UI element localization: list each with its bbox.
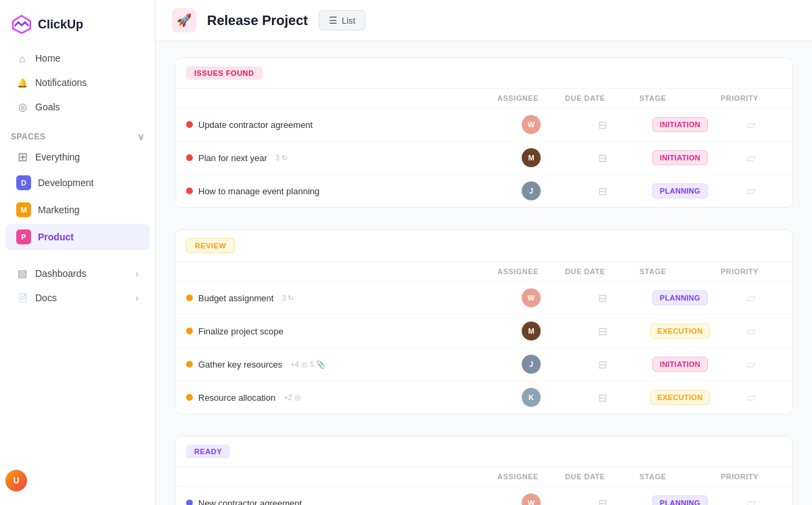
avatar-cell: J bbox=[497, 181, 565, 200]
table-row[interactable]: New contractor agreement W ⊟ PLANNING ▱ bbox=[175, 486, 792, 505]
task-name-cell: Finalize project scope bbox=[186, 326, 497, 336]
dashboards-expand-icon: › bbox=[135, 268, 139, 279]
stage-tag: EXECUTION bbox=[650, 390, 710, 405]
task-name-cell: Plan for next year 3 ↻ bbox=[186, 153, 497, 163]
sidebar-item-home[interactable]: Home bbox=[5, 47, 150, 70]
sidebar-item-product[interactable]: P Product bbox=[5, 224, 150, 250]
table-row[interactable]: Update contractor agreement W ⊟ INITIATI… bbox=[175, 108, 792, 141]
bell-icon bbox=[16, 76, 28, 89]
avatar: J bbox=[522, 181, 541, 200]
task-name: Finalize project scope bbox=[198, 326, 284, 336]
stage-tag: PLANNING bbox=[652, 290, 708, 305]
task-extras: 3 ↻ bbox=[275, 154, 288, 162]
task-name-cell: Gather key resources +4 ◎ 5 📎 bbox=[186, 359, 497, 370]
content-area: ISSUES FOUND ASSIGNEE DUE DATE STAGE PRI… bbox=[156, 41, 812, 505]
task-name: Update contractor agreement bbox=[198, 120, 313, 130]
sidebar-item-everything[interactable]: ⊞ Everything bbox=[5, 146, 150, 169]
stage-cell: EXECUTION bbox=[639, 390, 721, 405]
priority-cell: ▱ bbox=[721, 117, 782, 132]
col-assignee-3: ASSIGNEE bbox=[497, 473, 565, 481]
spaces-collapse-icon[interactable]: ∨ bbox=[137, 131, 145, 142]
avatar-cell: K bbox=[497, 388, 565, 407]
task-name-cell: Update contractor agreement bbox=[186, 120, 497, 130]
due-date-cell: ⊟ bbox=[565, 118, 639, 131]
page-title: Release Project bbox=[207, 13, 308, 28]
table-row[interactable]: Resource allocation +2 ◎ K ⊟ EXECUTION ▱ bbox=[175, 380, 792, 414]
due-date-cell: ⊟ bbox=[565, 152, 639, 164]
section-header-review: REVIEW bbox=[175, 230, 792, 262]
section-review: REVIEW ASSIGNEE DUE DATE STAGE PRIORITY … bbox=[175, 229, 793, 414]
priority-icon: ▱ bbox=[746, 324, 756, 338]
task-name: New contractor agreement bbox=[198, 498, 302, 506]
goal-icon bbox=[16, 101, 28, 113]
table-row[interactable]: Plan for next year 3 ↻ M ⊟ INITIATION ▱ bbox=[175, 141, 792, 174]
stage-cell: PLANNING bbox=[639, 183, 721, 198]
due-date-cell: ⊟ bbox=[565, 325, 639, 338]
task-name-cell: Resource allocation +2 ◎ bbox=[186, 393, 497, 403]
avatar: K bbox=[522, 388, 541, 407]
stage-cell: INITIATION bbox=[639, 357, 721, 372]
due-date-cell: ⊟ bbox=[565, 497, 639, 506]
priority-cell: ▱ bbox=[721, 390, 782, 405]
sidebar-item-marketing[interactable]: M Marketing bbox=[5, 197, 150, 223]
col-assignee-1: ASSIGNEE bbox=[497, 94, 565, 102]
project-icon: 🚀 bbox=[172, 8, 196, 32]
ready-col-headers: ASSIGNEE DUE DATE STAGE PRIORITY bbox=[175, 467, 792, 486]
user-avatar[interactable]: U bbox=[5, 470, 27, 491]
docs-label: Docs bbox=[35, 292, 57, 303]
col-stage-2: STAGE bbox=[639, 267, 721, 276]
sidebar-product-label: Product bbox=[38, 232, 74, 242]
task-status-dot bbox=[186, 500, 193, 505]
sidebar-development-label: Development bbox=[38, 177, 94, 188]
sidebar-item-goals[interactable]: Goals bbox=[5, 95, 150, 118]
priority-icon: ▱ bbox=[746, 150, 756, 165]
table-row[interactable]: Gather key resources +4 ◎ 5 📎 J ⊟ INITIA… bbox=[175, 347, 792, 380]
list-view-button[interactable]: ☰ List bbox=[319, 10, 365, 30]
task-status-dot bbox=[186, 154, 193, 161]
stage-tag: EXECUTION bbox=[650, 324, 710, 338]
sidebar-home-label: Home bbox=[35, 53, 60, 64]
priority-icon: ▱ bbox=[746, 117, 756, 132]
spaces-label: Spaces bbox=[11, 132, 45, 141]
col-duedate-3: DUE DATE bbox=[565, 473, 639, 481]
sidebar-notifications-label: Notifications bbox=[35, 77, 87, 88]
col-stage-3: STAGE bbox=[639, 473, 721, 481]
col-priority-3: PRIORITY bbox=[721, 473, 782, 481]
issues-col-headers: ASSIGNEE DUE DATE STAGE PRIORITY bbox=[175, 89, 792, 108]
task-name-cell: Budget assignment 3 ↻ bbox=[186, 293, 497, 303]
col-duedate-2: DUE DATE bbox=[565, 267, 639, 276]
task-status-dot bbox=[186, 394, 193, 401]
product-dot: P bbox=[16, 229, 31, 244]
table-row[interactable]: How to manage event planning J ⊟ PLANNIN… bbox=[175, 174, 792, 207]
section-ready: READY ASSIGNEE DUE DATE STAGE PRIORITY N… bbox=[175, 436, 793, 505]
section-header-ready: READY bbox=[175, 437, 792, 467]
sidebar-bottom: U bbox=[0, 464, 155, 497]
sidebar-goals-label: Goals bbox=[35, 102, 60, 112]
task-status-dot bbox=[186, 294, 193, 301]
due-date-cell: ⊟ bbox=[565, 358, 639, 371]
sidebar-item-docs[interactable]: Docs › bbox=[5, 286, 150, 309]
col-priority-1: PRIORITY bbox=[721, 94, 782, 102]
stage-tag: PLANNING bbox=[652, 496, 708, 505]
stage-cell: PLANNING bbox=[639, 496, 721, 505]
avatar-cell: W bbox=[497, 288, 565, 307]
priority-cell: ▱ bbox=[721, 496, 782, 505]
task-name: Resource allocation bbox=[198, 393, 275, 403]
priority-icon: ▱ bbox=[746, 357, 756, 372]
task-status-dot bbox=[186, 328, 193, 334]
table-row[interactable]: Finalize project scope M ⊟ EXECUTION ▱ bbox=[175, 314, 792, 347]
sidebar-item-dashboards[interactable]: Dashboards › bbox=[5, 262, 150, 285]
stage-tag: INITIATION bbox=[652, 117, 708, 132]
sidebar-item-development[interactable]: D Development bbox=[5, 170, 150, 196]
sidebar-item-notifications[interactable]: Notifications bbox=[5, 71, 150, 94]
task-name: How to manage event planning bbox=[198, 186, 319, 196]
logo-area: ClickUp bbox=[0, 8, 155, 46]
col-duedate-1: DUE DATE bbox=[565, 94, 639, 102]
task-extras: +2 ◎ bbox=[284, 393, 301, 402]
avatar: W bbox=[522, 115, 541, 134]
table-row[interactable]: Budget assignment 3 ↻ W ⊟ PLANNING ▱ bbox=[175, 281, 792, 314]
list-view-icon: ☰ bbox=[329, 15, 338, 26]
task-status-dot bbox=[186, 121, 193, 128]
list-view-label: List bbox=[342, 16, 355, 26]
docs-expand-icon: › bbox=[135, 292, 139, 303]
